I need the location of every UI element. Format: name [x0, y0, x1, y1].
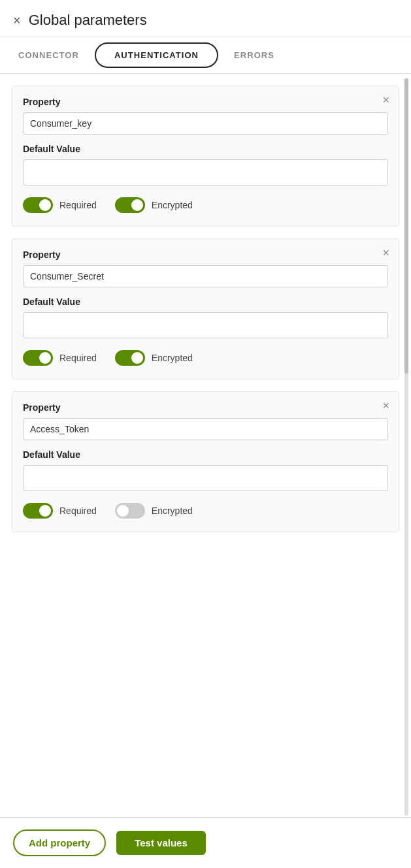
encrypted-label-1: Encrypted	[152, 200, 193, 210]
default-2-label: Default Value	[23, 297, 388, 307]
property-2-label: Property	[23, 249, 388, 260]
add-property-button[interactable]: Add property	[13, 829, 106, 856]
required-toggle-2[interactable]: Required	[23, 350, 97, 366]
required-toggle-1[interactable]: Required	[23, 197, 97, 213]
global-parameters-panel: × Global parameters CONNECTOR AUTHENTICA…	[0, 0, 411, 868]
required-label-3: Required	[59, 506, 97, 516]
default-1-input[interactable]	[23, 159, 388, 185]
encrypted-toggle-1[interactable]: Encrypted	[115, 197, 193, 213]
default-2-input[interactable]	[23, 312, 388, 338]
required-switch-2[interactable]	[23, 350, 53, 366]
card-1-close-icon[interactable]: ×	[382, 94, 389, 106]
encrypted-toggle-3[interactable]: Encrypted	[115, 503, 193, 519]
encrypted-label-2: Encrypted	[152, 353, 193, 363]
required-toggle-3[interactable]: Required	[23, 503, 97, 519]
toggles-row-3: Required Encrypted	[23, 503, 388, 519]
property-card-3: × Property Default Value Required Encryp…	[12, 391, 399, 532]
scrollbar[interactable]	[404, 78, 408, 816]
tab-connector[interactable]: CONNECTOR	[7, 41, 91, 69]
test-values-button[interactable]: Test values	[116, 831, 206, 855]
required-switch-3[interactable]	[23, 503, 53, 519]
card-2-close-icon[interactable]: ×	[382, 247, 389, 259]
default-1-label: Default Value	[23, 144, 388, 154]
encrypted-switch-2[interactable]	[115, 350, 145, 366]
content-area: × Property Default Value Required Encryp…	[0, 74, 411, 603]
property-2-input[interactable]	[23, 265, 388, 287]
default-3-input[interactable]	[23, 465, 388, 491]
card-3-close-icon[interactable]: ×	[382, 400, 389, 411]
toggles-row-2: Required Encrypted	[23, 350, 388, 366]
encrypted-toggle-2[interactable]: Encrypted	[115, 350, 193, 366]
property-card-1: × Property Default Value Required Encryp…	[12, 86, 399, 227]
required-label-2: Required	[59, 353, 97, 363]
toggles-row-1: Required Encrypted	[23, 197, 388, 213]
property-3-label: Property	[23, 402, 388, 413]
panel-title: Global parameters	[29, 12, 147, 29]
tab-errors[interactable]: ERRORS	[222, 41, 286, 69]
scroll-thumb	[404, 78, 408, 374]
panel-header: × Global parameters	[0, 0, 411, 37]
property-3-input[interactable]	[23, 418, 388, 440]
property-1-input[interactable]	[23, 112, 388, 135]
close-icon[interactable]: ×	[13, 13, 21, 28]
property-card-2: × Property Default Value Required Encryp…	[12, 238, 399, 379]
default-3-label: Default Value	[23, 449, 388, 460]
encrypted-label-3: Encrypted	[152, 506, 193, 516]
encrypted-switch-1[interactable]	[115, 197, 145, 213]
property-1-label: Property	[23, 97, 388, 107]
footer: Add property Test values	[0, 817, 411, 868]
required-switch-1[interactable]	[23, 197, 53, 213]
tab-bar: CONNECTOR AUTHENTICATION ERRORS	[0, 37, 411, 74]
encrypted-switch-3[interactable]	[115, 503, 145, 519]
required-label-1: Required	[59, 200, 97, 210]
tab-authentication[interactable]: AUTHENTICATION	[95, 42, 218, 68]
